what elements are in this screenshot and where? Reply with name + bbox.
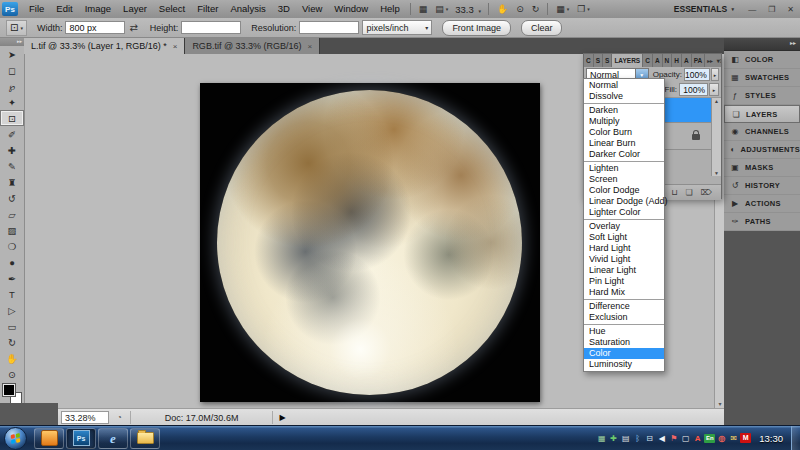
tab-styles[interactable]: S xyxy=(603,54,612,67)
tray-updater-icon[interactable]: ✚ xyxy=(608,433,619,444)
tray-quicktime-icon[interactable]: ◎ xyxy=(716,433,727,444)
blend-option-hard-light[interactable]: Hard Light xyxy=(584,243,664,254)
blur-tool[interactable]: ❍ xyxy=(0,238,24,254)
toolbar-collapse-icon[interactable]: ▸▸ xyxy=(0,37,24,46)
blend-option-normal[interactable]: Normal xyxy=(584,80,664,91)
dock-item-masks[interactable]: ▣ MASKS xyxy=(724,159,800,177)
menu-select[interactable]: Select xyxy=(153,0,191,18)
panel-menu-icon[interactable]: ▾≡ xyxy=(715,54,721,67)
blend-option-difference[interactable]: Difference xyxy=(584,301,664,312)
tab-n[interactable]: N xyxy=(663,54,673,67)
dock-collapse-icon[interactable]: ▸▸ xyxy=(724,37,800,51)
blend-option-hard-mix[interactable]: Hard Mix xyxy=(584,287,664,298)
start-button[interactable] xyxy=(4,427,27,450)
hand-tool-icon[interactable]: ✋ xyxy=(493,4,512,14)
delete-layer-icon[interactable]: ⌦ xyxy=(701,188,712,197)
tray-app-grid-icon[interactable]: ▦ xyxy=(596,433,607,444)
marquee-tool[interactable]: ◻ xyxy=(0,62,24,78)
blend-option-darken[interactable]: Darken xyxy=(584,105,664,116)
menu-file[interactable]: File xyxy=(23,0,50,18)
blend-option-screen[interactable]: Screen xyxy=(584,174,664,185)
tray-mail-icon[interactable]: ✉ xyxy=(728,433,739,444)
zoom-tool[interactable]: ⊙ xyxy=(0,366,24,382)
launch-bridge-icon[interactable]: ▦ xyxy=(415,4,432,14)
tray-bluetooth-icon[interactable]: ᛒ xyxy=(632,433,643,444)
status-flyout-icon[interactable]: ▶ xyxy=(279,413,285,422)
blend-option-linear-light[interactable]: Linear Light xyxy=(584,265,664,276)
taskbar-clock[interactable]: 13:30 xyxy=(759,433,783,444)
shape-tool[interactable]: ▭ xyxy=(0,318,24,334)
width-input[interactable] xyxy=(65,21,125,34)
blend-option-overlay[interactable]: Overlay xyxy=(584,221,664,232)
view-extras-icon[interactable]: ▤▾ xyxy=(431,4,452,14)
front-image-button[interactable]: Front Image xyxy=(442,20,511,36)
dock-item-paths[interactable]: ✑ PATHS xyxy=(724,213,800,231)
taskbar-app-photoshop[interactable]: Ps xyxy=(66,428,96,449)
tray-snipping-icon[interactable]: ▢ xyxy=(680,433,691,444)
close-button[interactable]: ✕ xyxy=(781,5,800,14)
close-icon[interactable]: × xyxy=(308,42,313,51)
workspace-switcher[interactable]: ESSENTIALS ▾ xyxy=(674,4,734,14)
menu-layer[interactable]: Layer xyxy=(117,0,153,18)
blend-option-soft-light[interactable]: Soft Light xyxy=(584,232,664,243)
clear-button[interactable]: Clear xyxy=(521,20,563,36)
dock-item-history[interactable]: ↺ HISTORY xyxy=(724,177,800,195)
dock-item-color[interactable]: ◧ COLOR xyxy=(724,51,800,69)
minimize-button[interactable]: — xyxy=(742,5,762,14)
document-tab-inactive[interactable]: RGB.tif @ 33.3% (RGB/16) × xyxy=(185,38,320,54)
tray-language-icon[interactable]: En xyxy=(704,434,715,443)
eraser-tool[interactable]: ▱ xyxy=(0,206,24,222)
dock-item-actions[interactable]: ▶ ACTIONS xyxy=(724,195,800,213)
lasso-tool[interactable]: ℘ xyxy=(0,78,24,94)
restore-button[interactable]: ❐ xyxy=(762,5,781,14)
swap-dimensions-icon[interactable]: ⇄ xyxy=(129,22,137,33)
menu-analysis[interactable]: Analysis xyxy=(224,0,271,18)
gradient-tool[interactable]: ▨ xyxy=(0,222,24,238)
opacity-value-field[interactable]: 100% xyxy=(684,68,710,81)
tray-mcafee-icon[interactable]: M xyxy=(740,433,751,443)
tab-actions[interactable]: A xyxy=(682,54,692,67)
tray-display-icon[interactable]: ⊟ xyxy=(644,433,655,444)
blend-option-pin-light[interactable]: Pin Light xyxy=(584,276,664,287)
scroll-down-icon[interactable]: ▼ xyxy=(712,170,721,176)
menu-3d[interactable]: 3D xyxy=(272,0,296,18)
zoom-level-control[interactable]: 33.3 ▾ xyxy=(452,4,484,15)
opacity-spinner-icon[interactable]: ▸ xyxy=(711,68,719,81)
tray-volume-icon[interactable]: ◀ xyxy=(656,433,667,444)
path-selection-tool[interactable]: ▷ xyxy=(0,302,24,318)
menu-help[interactable]: Help xyxy=(374,0,406,18)
blend-option-linear-burn[interactable]: Linear Burn xyxy=(584,138,664,149)
show-desktop-button[interactable] xyxy=(791,426,800,450)
healing-brush-tool[interactable]: ✚ xyxy=(0,142,24,158)
fill-spinner-icon[interactable]: ▸ xyxy=(709,83,719,96)
blend-option-color[interactable]: Color xyxy=(584,348,664,359)
zoom-percentage-field[interactable]: 33.28% xyxy=(61,411,109,424)
tab-paths[interactable]: PA xyxy=(692,54,706,67)
menu-filter[interactable]: Filter xyxy=(191,0,224,18)
menu-window[interactable]: Window xyxy=(328,0,374,18)
rotate-view-tool[interactable]: ↻ xyxy=(0,334,24,350)
tab-channels[interactable]: C xyxy=(643,54,653,67)
new-layer-icon[interactable]: ❏ xyxy=(686,188,693,197)
menu-view[interactable]: View xyxy=(296,0,328,18)
rotate-view-icon[interactable]: ↻ xyxy=(528,4,544,14)
taskbar-app-ie[interactable]: e xyxy=(98,428,128,449)
move-tool[interactable]: ➤ xyxy=(0,46,24,62)
blend-option-lighten[interactable]: Lighten xyxy=(584,163,664,174)
dock-item-layers[interactable]: ❏ LAYERS xyxy=(724,105,800,123)
tab-overflow-icon[interactable]: ▸▸ xyxy=(705,54,715,67)
document-tab-active[interactable]: L.tif @ 33.3% (Layer 1, RGB/16) * × xyxy=(24,38,185,54)
blend-option-color-burn[interactable]: Color Burn xyxy=(584,127,664,138)
dock-item-adjustments[interactable]: ◐ ADJUSTMENTS xyxy=(724,141,800,159)
tab-layers[interactable]: LAYERS xyxy=(612,54,643,67)
quick-selection-tool[interactable]: ✦ xyxy=(0,94,24,110)
foreground-color-swatch[interactable] xyxy=(3,384,15,396)
taskbar-app-explorer[interactable] xyxy=(130,428,160,449)
tray-acrobat-icon[interactable]: A xyxy=(692,433,703,444)
height-input[interactable] xyxy=(181,21,241,34)
dodge-tool[interactable]: ● xyxy=(0,254,24,270)
menu-image[interactable]: Image xyxy=(79,0,117,18)
link-layers-icon[interactable]: ⊔ xyxy=(671,188,677,197)
fill-value-field[interactable]: 100% xyxy=(679,83,708,96)
close-icon[interactable]: × xyxy=(173,42,178,51)
